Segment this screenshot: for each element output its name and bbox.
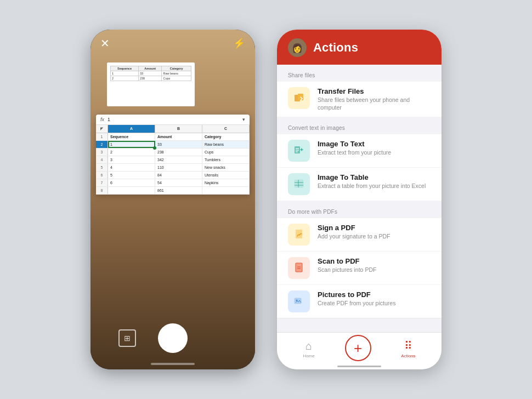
action-title: Scan to PDF xyxy=(318,257,376,265)
action-desc: Extract a table from your picture into E… xyxy=(318,183,426,190)
grid-cell[interactable] xyxy=(202,187,250,194)
gallery-button[interactable]: ⊞ xyxy=(118,329,136,347)
right-phone: 👩 Actions Share files Transfer Files Sha… xyxy=(277,30,442,369)
formula-label: fx xyxy=(100,117,104,122)
row-num: 2 xyxy=(96,141,108,148)
grid-cell[interactable]: 54 xyxy=(155,179,202,186)
grid-cell[interactable]: 3 xyxy=(108,156,155,163)
action-text-sign-pdf: Sign a PDF Add your signature to a PDF xyxy=(318,224,390,241)
col-header-a[interactable]: A xyxy=(108,125,155,133)
row-num: 1 xyxy=(96,133,108,140)
nav-label-actions: Actions xyxy=(401,354,415,358)
grid-cell[interactable]: Utensils xyxy=(202,172,250,179)
grid-cell[interactable]: 84 xyxy=(155,172,202,179)
grid-cell[interactable]: 861 xyxy=(155,187,202,194)
svg-rect-6 xyxy=(295,180,303,187)
grid-cell[interactable]: New snacks xyxy=(202,164,250,171)
grid-cell-active[interactable]: 1 xyxy=(108,141,155,148)
spreadsheet-grid: ◤ A B C 1 Sequence Amount Category 2 1 3… xyxy=(96,125,250,195)
row-num: 8 xyxy=(96,187,108,194)
svg-rect-11 xyxy=(296,263,302,272)
action-desc: Add your signature to a PDF xyxy=(318,233,390,241)
action-item-sign-pdf[interactable]: Sign a PDF Add your signature to a PDF xyxy=(277,218,442,251)
section-label-share: Share files xyxy=(277,65,442,82)
grid-cell[interactable]: 6 xyxy=(108,179,155,186)
camera-controls: ⊞ xyxy=(90,323,255,353)
action-desc: Extract text from your picture xyxy=(318,149,391,157)
avatar: 👩 xyxy=(288,38,307,57)
grid-cell[interactable]: 2 xyxy=(108,149,155,156)
action-text-image-to-text: Image To Text Extract text from your pic… xyxy=(318,140,391,157)
action-text-image-to-table: Image To Table Extract a table from your… xyxy=(318,173,426,190)
action-desc: Share files between your phone and compu… xyxy=(318,96,431,111)
table-row: 7 6 54 Napkins xyxy=(96,179,250,187)
image-to-text-icon xyxy=(288,140,310,162)
nav-item-actions[interactable]: ⠿ Actions xyxy=(401,339,415,358)
flash-icon[interactable]: ⚡ xyxy=(233,37,245,49)
grid-cell[interactable]: Category xyxy=(202,133,250,140)
formula-chevron[interactable]: ▾ xyxy=(242,117,245,122)
row-num: 3 xyxy=(96,149,108,156)
grid-cell[interactable]: Napkins xyxy=(202,179,250,186)
grid-cell[interactable]: 342 xyxy=(155,156,202,163)
shutter-button[interactable] xyxy=(158,323,188,353)
row-num: 5 xyxy=(96,164,108,171)
grid-cell[interactable]: Amount xyxy=(155,133,202,140)
section-label-convert: Convert text in images xyxy=(277,117,442,134)
home-icon: ⌂ xyxy=(305,340,312,352)
action-item-transfer-files[interactable]: Transfer Files Share files between your … xyxy=(277,82,442,117)
formula-value: 1 xyxy=(107,117,239,122)
formula-bar: fx 1 ▾ xyxy=(96,115,250,125)
action-item-image-to-table[interactable]: Image To Table Extract a table from your… xyxy=(277,168,442,201)
grid-cell[interactable]: 110 xyxy=(155,164,202,171)
action-item-image-to-text[interactable]: Image To Text Extract text from your pic… xyxy=(277,134,442,167)
paper-document: SequenceAmountCategory 133Raw beans 2238… xyxy=(107,62,195,106)
action-title: Image To Text xyxy=(318,140,391,148)
actions-nav-icon: ⠿ xyxy=(404,339,412,352)
action-text-scan-to-pdf: Scan to PDF Scan pictures into PDF xyxy=(318,257,376,274)
close-icon[interactable]: ✕ xyxy=(100,37,110,50)
grid-cell[interactable]: 5 xyxy=(108,172,155,179)
col-header-c[interactable]: C xyxy=(202,125,250,133)
grid-cell[interactable]: Tumblers xyxy=(202,156,250,163)
grid-cell[interactable]: Cups xyxy=(202,149,250,156)
home-indicator xyxy=(337,366,381,367)
bottom-nav: ⌂ Home + ⠿ Actions xyxy=(277,332,442,369)
action-text-transfer-files: Transfer Files Share files between your … xyxy=(318,87,431,111)
pictures-to-pdf-icon xyxy=(288,290,310,312)
action-item-scan-to-pdf[interactable]: Scan to PDF Scan pictures into PDF xyxy=(277,252,442,284)
grid-cell[interactable]: 33 xyxy=(155,141,202,148)
table-row: 1 Sequence Amount Category xyxy=(96,133,250,141)
table-row: 5 4 110 New snacks xyxy=(96,164,250,172)
action-text-pictures-to-pdf: Pictures to PDF Create PDF from your pic… xyxy=(318,290,395,307)
action-title: Image To Table xyxy=(318,173,426,181)
row-num: 6 xyxy=(96,172,108,179)
nav-add-button[interactable]: + xyxy=(345,335,371,361)
grid-cell[interactable] xyxy=(108,187,155,194)
row-num: 4 xyxy=(96,156,108,163)
row-num: 7 xyxy=(96,179,108,186)
page-title: Actions xyxy=(313,41,358,55)
spreadsheet-overlay: fx 1 ▾ ◤ A B C 1 Sequence Amount Categ xyxy=(96,115,250,195)
action-title: Sign a PDF xyxy=(318,224,390,232)
grid-cell[interactable]: Raw beans xyxy=(202,141,250,148)
scan-to-pdf-icon xyxy=(288,257,310,279)
actions-content: Share files Transfer Files Share files b… xyxy=(277,65,442,369)
col-header-b[interactable]: B xyxy=(155,125,202,133)
action-title: Pictures to PDF xyxy=(318,290,395,299)
image-to-table-icon xyxy=(288,173,310,195)
corner-cell: ◤ xyxy=(96,125,108,133)
left-phone: ✕ ⚡ SequenceAmountCategory 133Raw beans … xyxy=(90,30,255,369)
nav-label-home: Home xyxy=(303,354,314,358)
sign-pdf-icon xyxy=(288,224,310,246)
camera-view: ✕ ⚡ SequenceAmountCategory 133Raw beans … xyxy=(90,30,255,369)
action-item-pictures-to-pdf[interactable]: Pictures to PDF Create PDF from your pic… xyxy=(277,285,442,318)
grid-cell[interactable]: Sequence xyxy=(108,133,155,140)
plus-icon: + xyxy=(354,341,362,355)
grid-cell[interactable]: 4 xyxy=(108,164,155,171)
grid-cell[interactable]: 238 xyxy=(155,149,202,156)
table-row: 3 2 238 Cups xyxy=(96,149,250,156)
nav-item-home[interactable]: ⌂ Home xyxy=(303,340,314,358)
camera-top-bar: ✕ ⚡ xyxy=(90,30,255,57)
table-row: 2 1 33 Raw beans xyxy=(96,141,250,149)
